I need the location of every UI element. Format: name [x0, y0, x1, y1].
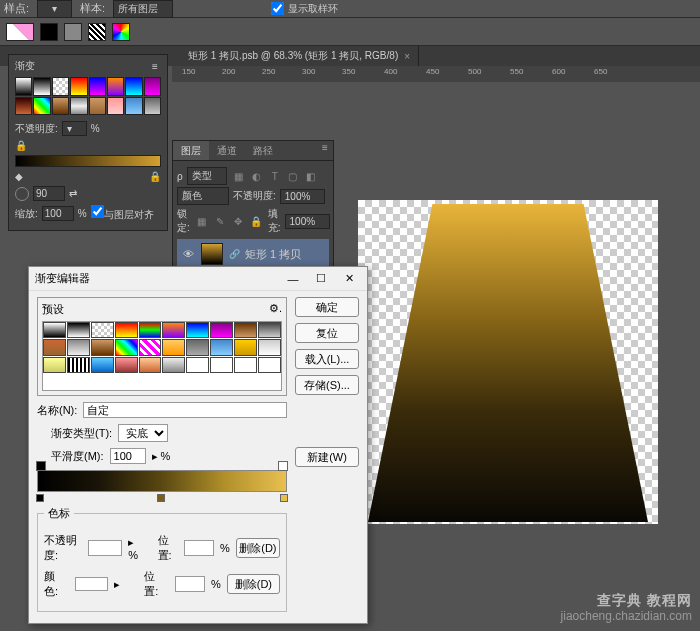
delete-color-stop-button[interactable]: 删除(D) — [227, 574, 280, 594]
gradient-panel-menu-icon[interactable]: ≡ — [149, 60, 161, 72]
filter-shape-icon[interactable]: ▢ — [287, 171, 299, 182]
layer-opacity-input[interactable]: 100% — [280, 189, 326, 204]
link-icon: 🔗 — [229, 249, 239, 259]
name-label: 名称(N): — [37, 403, 77, 418]
tab-channels[interactable]: 通道 — [209, 141, 245, 160]
stops-legend: 色标 — [44, 506, 74, 521]
gradient-presets-panel: 渐变 ≡ 不透明度:▾% 🔒 ◆🔒 ⇄ 缩放: % 与图层对齐 — [8, 54, 168, 231]
mode-square-3[interactable] — [88, 23, 106, 41]
lock-paint-icon[interactable]: ✎ — [214, 216, 226, 227]
zoom-label: 缩放: — [15, 207, 38, 221]
document-tab[interactable]: 矩形 1 拷贝.psb @ 68.3% (矩形 1 拷贝, RGB/8) × — [180, 46, 419, 66]
preset-gear-icon[interactable]: ⚙. — [269, 302, 282, 317]
new-button[interactable]: 新建(W) — [295, 447, 359, 467]
watermark-title: 查字典 教程网 — [597, 592, 692, 608]
tab-paths[interactable]: 路径 — [245, 141, 281, 160]
lock-pos-icon[interactable]: ✥ — [232, 216, 244, 227]
mode-square-2[interactable] — [64, 23, 82, 41]
gradient-preview-bar[interactable] — [15, 155, 161, 167]
opacity-label: 不透明度: — [15, 122, 58, 136]
preset-label: 预设 — [42, 302, 64, 317]
layer-opacity-label: 不透明度: — [233, 189, 276, 203]
gradient-name-input[interactable] — [83, 402, 287, 418]
ok-button[interactable]: 确定 — [295, 297, 359, 317]
color-stop-mid[interactable] — [157, 494, 165, 502]
load-button[interactable]: 载入(L)... — [295, 349, 359, 369]
delete-opacity-stop-button[interactable]: 删除(D) — [236, 538, 280, 558]
align-label: 与图层对齐 — [104, 209, 154, 220]
show-sample-ring-label: 显示取样环 — [288, 2, 338, 16]
filter-text-icon[interactable]: T — [269, 171, 281, 182]
sample-label: 样本: — [80, 1, 105, 16]
filter-adjust-icon[interactable]: ◐ — [251, 171, 263, 182]
reset-button[interactable]: 复位 — [295, 323, 359, 343]
close-icon[interactable]: ✕ — [337, 270, 361, 288]
stop-color-label: 颜色: — [44, 569, 69, 599]
angle-input[interactable] — [33, 186, 65, 201]
stop-opacity-label: 不透明度: — [44, 533, 82, 563]
close-tab-icon[interactable]: × — [404, 51, 410, 62]
layer-thumbnail[interactable] — [201, 243, 223, 265]
stops-fieldset: 色标 不透明度: ▸ % 位置: % 删除(D) 颜色: ▸ 位置: % 删除(… — [37, 506, 287, 612]
fill-label: 填充: — [268, 207, 281, 235]
stop-color-swatch[interactable] — [75, 577, 109, 591]
canvas[interactable] — [358, 200, 658, 524]
maximize-icon[interactable]: ☐ — [309, 270, 333, 288]
stop-opacity-input[interactable] — [88, 540, 122, 556]
filter-smart-icon[interactable]: ◧ — [305, 171, 317, 182]
lock-all-icon[interactable]: 🔒 — [250, 216, 262, 227]
opacity-dropdown[interactable]: ▾ — [62, 121, 87, 136]
angle-swap-icon[interactable]: ⇄ — [69, 188, 77, 199]
blend-mode-dropdown[interactable]: 颜色 — [177, 187, 229, 205]
layer-name[interactable]: 矩形 1 拷贝 — [245, 247, 301, 262]
stop-pos-input-2[interactable] — [175, 576, 205, 592]
save-button[interactable]: 存储(S)... — [295, 375, 359, 395]
stop-handle-left[interactable]: ◆ — [15, 171, 23, 182]
fill-input[interactable]: 100% — [285, 214, 331, 229]
dialog-title: 渐变编辑器 — [35, 271, 90, 286]
mode-square-1[interactable] — [40, 23, 58, 41]
color-stop-left[interactable] — [36, 494, 44, 502]
layer-row[interactable]: 👁 🔗 矩形 1 拷贝 — [177, 239, 329, 269]
visibility-icon[interactable]: 👁 — [181, 248, 195, 260]
sample-point-dropdown[interactable]: ▾ — [37, 0, 72, 18]
watermark: 查字典 教程网 jiaocheng.chazidian.com — [561, 591, 692, 625]
stop-pos-input-1[interactable] — [184, 540, 214, 556]
layers-menu-icon[interactable]: ≡ — [317, 141, 333, 153]
gradient-editor-dialog: 渐变编辑器 — ☐ ✕ 预设 ⚙. — [28, 266, 368, 624]
sample-point-label: 样点: — [4, 1, 29, 16]
align-checkbox[interactable] — [91, 205, 104, 218]
document-tab-title: 矩形 1 拷贝.psb @ 68.3% (矩形 1 拷贝, RGB/8) — [188, 49, 398, 63]
sample-dropdown[interactable]: 所有图层 — [113, 0, 173, 18]
lock-trans-icon[interactable]: ▦ — [196, 216, 208, 227]
type-label: 渐变类型(T): — [51, 426, 112, 441]
show-sample-ring-checkbox[interactable] — [271, 2, 284, 15]
smooth-label: 平滑度(M): — [51, 449, 104, 464]
color-stop-right[interactable] — [280, 494, 288, 502]
color-picker-icon[interactable] — [112, 23, 130, 41]
zoom-input[interactable] — [42, 206, 74, 221]
preset-grid[interactable] — [42, 321, 282, 391]
filter-image-icon[interactable]: ▦ — [233, 171, 245, 182]
tab-layers[interactable]: 图层 — [173, 141, 209, 160]
lock-label: 锁定: — [177, 207, 190, 235]
gradient-preset-grid[interactable] — [15, 77, 161, 115]
watermark-url: jiaocheng.chazidian.com — [561, 609, 692, 623]
lock-icon: 🔒 — [15, 140, 27, 151]
minimize-icon[interactable]: — — [281, 270, 305, 288]
stop-pos-label-1: 位置: — [158, 533, 178, 563]
gradient-panel-title: 渐变 — [15, 59, 35, 73]
stop-handle-right[interactable]: 🔒 — [149, 171, 161, 182]
horizontal-ruler: 150200250300350400450500550600650 — [172, 66, 700, 82]
stop-pos-label-2: 位置: — [144, 569, 169, 599]
layer-filter-dropdown[interactable]: 类型 — [187, 167, 227, 185]
gradient-type-select[interactable]: 实底 — [118, 424, 168, 442]
smooth-input[interactable] — [110, 448, 146, 464]
gradient-swatch[interactable] — [6, 23, 34, 41]
gradient-edit-bar[interactable] — [37, 470, 287, 492]
angle-icon[interactable] — [15, 187, 29, 201]
layers-panel: 图层 通道 路径 ≡ ρ类型 ▦◐T▢◧ 颜色 不透明度: 100% 锁定: ▦… — [172, 140, 334, 274]
